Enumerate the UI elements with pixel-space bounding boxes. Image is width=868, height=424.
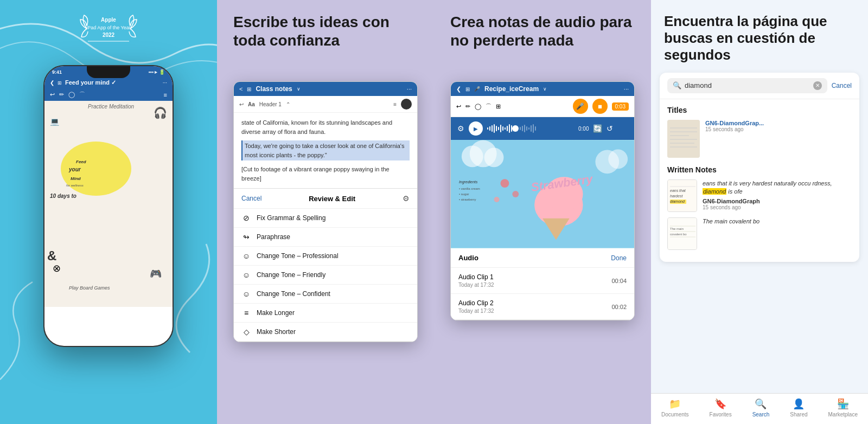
svg-point-40 bbox=[512, 191, 519, 197]
menu-make-longer: ≡ Make Longer bbox=[234, 304, 417, 323]
svg-rect-19 bbox=[509, 124, 510, 133]
svg-text:Apple: Apple bbox=[101, 17, 116, 23]
written-note-text: eans that it is very hardest naturally o… bbox=[703, 179, 852, 196]
written-note-1[interactable]: eans that hardest diamond eans that it i… bbox=[667, 179, 852, 212]
panel-writing: Escribe tus ideas con toda confianza < ⊞… bbox=[217, 0, 434, 424]
title-result-date: 15 seconds ago bbox=[705, 126, 764, 132]
svg-text:eans that: eans that bbox=[670, 189, 686, 192]
titles-section-header: Titles bbox=[667, 106, 852, 114]
svg-rect-22 bbox=[520, 127, 521, 130]
panel-award: Apple iPad App of the Year 2022 9:41 ▪▪▪… bbox=[0, 0, 217, 424]
ipad-writing-mockup: < ⊞ Class notes ∨ ··· ↩ Aa Header 1 ⌃ ≡ … bbox=[233, 81, 418, 342]
panel3-header: Crea notas de audio para no perderte nad… bbox=[434, 0, 651, 58]
svg-rect-29 bbox=[535, 126, 536, 131]
title-result-name: GN6-DiamondGrap... bbox=[705, 120, 764, 126]
svg-point-39 bbox=[500, 179, 509, 188]
written-note-2[interactable]: The main covalent bo The main covalent b… bbox=[667, 217, 852, 250]
panel4-header: Encuentra la página que buscas en cuesti… bbox=[651, 0, 868, 64]
svg-rect-17 bbox=[505, 127, 506, 130]
svg-point-21 bbox=[512, 125, 519, 132]
ipad-audio-mockup: ❮ ⊞ 🎤 Recipe_iceCream ∨ ··· ↩ ✏ ◯ ⌒ ⊞ 🎤 … bbox=[450, 81, 635, 320]
svg-rect-10 bbox=[489, 126, 490, 131]
svg-rect-27 bbox=[531, 125, 532, 132]
documents-icon: 📁 bbox=[669, 398, 681, 410]
shared-icon: 👤 bbox=[793, 398, 805, 410]
svg-rect-13 bbox=[496, 126, 497, 131]
diamond-highlight: diamond bbox=[703, 188, 726, 195]
award-badge: Apple iPad App of the Year 2022 bbox=[74, 10, 143, 51]
note-image-area: Strawberry Ingredients • vanilla cream •… bbox=[451, 140, 634, 248]
menu-tone-professional: ☺ Change Tone – Professional bbox=[234, 247, 417, 266]
svg-rect-14 bbox=[498, 127, 499, 130]
phone-note-content: Feed your Mind for wellness 🎧 💻 Practice… bbox=[44, 101, 173, 307]
svg-rect-9 bbox=[487, 127, 488, 130]
ipad-nav-bar: < ⊞ Class notes ∨ ··· bbox=[234, 82, 417, 96]
phone-mockup: 9:41 ▪▪▪ ▸ 🔋 ❮ ⊞ Feed your mind ✓ ··· ↩ … bbox=[43, 65, 174, 347]
svg-text:The main: The main bbox=[670, 227, 684, 230]
svg-text:Mind: Mind bbox=[71, 176, 81, 181]
menu-tone-confident: ☺ Change Tone – Confident bbox=[234, 285, 417, 304]
written-notes-section-header: Written Notes bbox=[667, 165, 852, 174]
tab-favorites[interactable]: 🔖 Favorites bbox=[710, 398, 732, 417]
audio-player-bar: ⚙ ▶ bbox=[451, 117, 634, 140]
result-thumbnail bbox=[667, 120, 700, 158]
svg-text:Feed: Feed bbox=[76, 159, 87, 164]
audio-clip-2: Audio Clip 2 Today at 17:32 00:02 bbox=[451, 294, 634, 320]
svg-text:Ingredients: Ingredients bbox=[459, 180, 478, 184]
panel2-header: Escribe tus ideas con toda confianza bbox=[217, 0, 434, 58]
written-note-date: 15 seconds ago bbox=[703, 204, 852, 210]
written-note-2-thumb: The main covalent bo bbox=[667, 217, 697, 250]
svg-rect-24 bbox=[524, 125, 525, 132]
menu-make-shorter: ◇ Make Shorter bbox=[234, 323, 417, 342]
search-bar: 🔍 diamond ✕ Cancel bbox=[660, 73, 859, 99]
tab-search[interactable]: 🔍 Search bbox=[752, 398, 770, 417]
svg-text:your: your bbox=[68, 166, 81, 172]
svg-rect-15 bbox=[500, 125, 501, 132]
svg-rect-26 bbox=[528, 127, 529, 130]
search-icon: 🔍 bbox=[673, 81, 681, 89]
svg-text:iPad App of the Year: iPad App of the Year bbox=[86, 25, 131, 30]
svg-text:diamond: diamond bbox=[670, 200, 685, 203]
svg-point-41 bbox=[494, 197, 500, 202]
svg-rect-28 bbox=[533, 124, 534, 133]
search-tab-icon: 🔍 bbox=[755, 398, 767, 410]
audio-clip-1: Audio Clip 1 Today at 17:32 00:04 bbox=[451, 268, 634, 294]
svg-rect-25 bbox=[526, 126, 527, 131]
written-note-name: GN6-DiamondGraph bbox=[703, 198, 852, 204]
written-note-thumb: eans that hardest diamond bbox=[667, 179, 697, 212]
ipad-audio-nav: ❮ ⊞ 🎤 Recipe_iceCream ∨ ··· bbox=[451, 82, 634, 96]
svg-rect-18 bbox=[507, 126, 508, 131]
clear-search-button[interactable]: ✕ bbox=[813, 81, 822, 90]
svg-text:for wellness: for wellness bbox=[66, 184, 84, 187]
tab-documents[interactable]: 📁 Documents bbox=[661, 398, 689, 417]
menu-fix-grammar: ⊘ Fix Grammar & Spelling bbox=[234, 209, 417, 228]
svg-point-35 bbox=[608, 149, 628, 169]
svg-text:hardest: hardest bbox=[670, 194, 683, 198]
svg-text:2022: 2022 bbox=[103, 32, 115, 38]
review-edit-header: Cancel Review & Edit ⚙ bbox=[234, 189, 417, 209]
svg-text:• sugar: • sugar bbox=[459, 192, 469, 196]
search-results: Titles GN6-DiamondGrap... 15 seco bbox=[660, 99, 859, 262]
review-edit-panel: Cancel Review & Edit ⚙ ⊘ Fix Grammar & S… bbox=[234, 188, 417, 342]
phone-nav-bar: ❮ ⊞ Feed your mind ✓ ··· bbox=[44, 77, 173, 88]
svg-rect-46 bbox=[667, 120, 700, 158]
search-input[interactable]: 🔍 diamond ✕ bbox=[667, 78, 827, 93]
tab-marketplace[interactable]: 🏪 Marketplace bbox=[828, 398, 858, 417]
panel-audio: Crea notas de audio para no perderte nad… bbox=[434, 0, 651, 424]
svg-rect-11 bbox=[492, 125, 493, 132]
ipad-format-toolbar: ↩ Aa Header 1 ⌃ ≡ bbox=[234, 96, 417, 113]
svg-point-33 bbox=[484, 148, 504, 168]
favorites-icon: 🔖 bbox=[714, 398, 726, 410]
ipad-audio-toolbar: ↩ ✏ ◯ ⌒ ⊞ 🎤 ⏹ 0:03 bbox=[451, 96, 634, 117]
search-ui-mockup: 🔍 diamond ✕ Cancel Titles bbox=[660, 73, 859, 262]
audio-clips-header: Audio Done bbox=[451, 248, 634, 268]
svg-rect-20 bbox=[511, 125, 512, 132]
written-notes-section: Written Notes eans that hardest diamond bbox=[667, 165, 852, 250]
play-button[interactable]: ▶ bbox=[469, 121, 483, 136]
written-note-2-text: The main covalent bo bbox=[703, 217, 760, 226]
audio-clips-panel: Audio Done Audio Clip 1 Today at 17:32 0… bbox=[451, 248, 634, 320]
svg-rect-12 bbox=[494, 124, 495, 133]
title-result-item[interactable]: GN6-DiamondGrap... 15 seconds ago bbox=[667, 120, 852, 158]
bottom-tab-bar: 📁 Documents 🔖 Favorites 🔍 Search 👤 Share… bbox=[651, 393, 868, 424]
tab-shared[interactable]: 👤 Shared bbox=[790, 398, 807, 417]
